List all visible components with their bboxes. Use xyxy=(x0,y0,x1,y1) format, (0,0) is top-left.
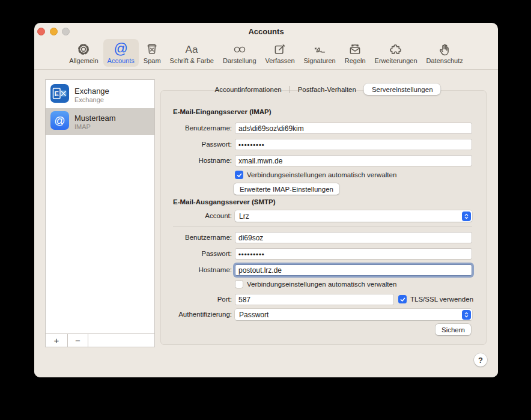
svg-text:@: @ xyxy=(54,115,65,127)
accounts-sidebar: E Exchange Exchange @ Musterteam IMAP + … xyxy=(45,79,155,347)
account-type: Exchange xyxy=(74,96,109,103)
rules-envelope-icon xyxy=(348,41,362,57)
imap-auto-manage-row[interactable]: Verbindungseinstellungen automatisch ver… xyxy=(235,171,396,179)
imap-password-input[interactable] xyxy=(235,139,472,150)
imap-auto-manage-label: Verbindungseinstellungen automatisch ver… xyxy=(247,171,396,178)
tls-ssl-label: TLS/SSL verwenden xyxy=(410,296,473,303)
toolbar-item-regeln[interactable]: Regeln xyxy=(341,39,370,67)
checkbox-unchecked-icon[interactable] xyxy=(235,280,243,288)
svg-text:Aa: Aa xyxy=(186,43,198,55)
content-area: E Exchange Exchange @ Musterteam IMAP + … xyxy=(34,70,498,377)
smtp-port-label: Port: xyxy=(161,294,232,305)
smtp-username-input[interactable] xyxy=(235,232,472,243)
toolbar-item-signaturen[interactable]: Signaturen xyxy=(300,39,340,67)
smtp-hostname-label: Hostname: xyxy=(161,264,232,276)
tab-postfach-verhalten[interactable]: Postfach-Verhalten xyxy=(290,84,364,95)
toolbar-item-darstellung[interactable]: Darstellung xyxy=(219,39,261,67)
smtp-account-dropdown[interactable]: Lrz xyxy=(235,210,472,222)
toolbar-item-erweiterungen[interactable]: Erweiterungen xyxy=(371,39,422,67)
toolbar-item-spam[interactable]: Spam xyxy=(139,39,165,67)
smtp-port-input[interactable] xyxy=(235,294,394,305)
toolbar-label: Allgemein xyxy=(69,57,98,64)
tab-servereinstellungen[interactable]: Servereinstellungen xyxy=(364,84,441,95)
imap-hostname-input[interactable] xyxy=(235,155,472,166)
toolbar-label: Accounts xyxy=(108,57,135,64)
imap-hostname-label: Hostname: xyxy=(161,155,232,166)
imap-section-heading: E-Mail-Eingangsserver (IMAP) xyxy=(173,108,272,115)
toolbar-label: Datenschutz xyxy=(426,57,463,64)
account-row-musterteam[interactable]: @ Musterteam IMAP xyxy=(46,108,154,135)
desktop: { "window": { "title": "Accounts" }, "to… xyxy=(0,0,531,420)
save-button[interactable]: Sichern xyxy=(435,324,471,335)
checkbox-checked-icon[interactable] xyxy=(235,171,243,179)
toolbar-item-schrift-farbe[interactable]: Aa Schrift & Farbe xyxy=(166,39,218,67)
toolbar-label: Verfassen xyxy=(266,57,295,64)
toolbar-item-verfassen[interactable]: Verfassen xyxy=(261,39,299,67)
exchange-icon: E xyxy=(50,84,69,105)
smtp-auth-value: Passwort xyxy=(239,311,269,319)
at-badge-icon: @ xyxy=(50,111,69,132)
smtp-password-label: Passwort: xyxy=(161,248,232,260)
window-title: Accounts xyxy=(34,27,498,36)
smtp-hostname-input[interactable] xyxy=(235,264,472,276)
puzzle-icon xyxy=(389,41,403,57)
fonts-icon: Aa xyxy=(184,41,199,57)
toolbar-label: Regeln xyxy=(345,57,366,64)
hand-icon xyxy=(437,41,452,57)
advanced-imap-settings-button[interactable]: Erweiterte IMAP-Einstellungen xyxy=(234,183,339,195)
dropdown-stepper-icon xyxy=(462,310,471,320)
imap-password-label: Passwort: xyxy=(161,139,232,150)
section-divider xyxy=(173,227,472,227)
junk-bin-icon xyxy=(145,41,159,57)
toolbar-item-datenschutz[interactable]: Datenschutz xyxy=(422,39,467,67)
signature-icon xyxy=(312,41,327,57)
toolbar-label: Signaturen xyxy=(304,57,336,64)
account-type: IMAP xyxy=(74,123,116,130)
imap-username-label: Benutzername: xyxy=(161,123,232,134)
smtp-auto-manage-row[interactable]: Verbindungseinstellungen automatisch ver… xyxy=(235,280,396,288)
preferences-toolbar: Allgemein @ Accounts Spam Aa Schrift & F… xyxy=(34,38,498,69)
preferences-window: Accounts Allgemein @ Accounts Spam Aa Sc… xyxy=(34,23,498,377)
tls-ssl-row[interactable]: TLS/SSL verwenden xyxy=(398,295,473,303)
checkbox-checked-icon[interactable] xyxy=(398,295,407,303)
smtp-auto-manage-label: Verbindungseinstellungen automatisch ver… xyxy=(247,281,396,288)
smtp-auth-label: Authentifizierung: xyxy=(161,309,232,320)
account-name: Musterteam xyxy=(74,114,116,123)
smtp-account-label: Account: xyxy=(161,210,232,222)
server-settings-panel: E-Mail-Eingangsserver (IMAP) Benutzernam… xyxy=(160,90,487,345)
smtp-section-heading: E-Mail-Ausgangsserver (SMTP) xyxy=(173,198,276,205)
tab-accountinformationen[interactable]: Accountinformationen xyxy=(207,84,289,95)
at-icon: @ xyxy=(114,41,128,57)
compose-icon xyxy=(273,41,287,57)
sidebar-bottom-filler xyxy=(88,334,154,347)
account-name: Exchange xyxy=(74,87,109,96)
svg-text:E: E xyxy=(55,90,59,97)
smtp-username-label: Benutzername: xyxy=(161,232,232,243)
glasses-icon xyxy=(232,41,247,57)
settings-tabs: Accountinformationen Postfach-Verhalten … xyxy=(207,83,440,96)
remove-account-button[interactable]: − xyxy=(68,334,88,347)
toolbar-label: Darstellung xyxy=(223,57,256,64)
gear-icon xyxy=(76,41,91,57)
smtp-auth-dropdown[interactable]: Passwort xyxy=(235,309,472,320)
help-button[interactable]: ? xyxy=(474,353,487,367)
imap-username-input[interactable] xyxy=(235,123,472,134)
toolbar-item-allgemein[interactable]: Allgemein xyxy=(65,39,102,67)
toolbar-item-accounts[interactable]: @ Accounts xyxy=(103,39,139,67)
titlebar: Accounts xyxy=(34,23,498,39)
add-account-button[interactable]: + xyxy=(46,334,68,347)
toolbar-label: Erweiterungen xyxy=(375,57,417,64)
sidebar-bottom-bar: + − xyxy=(46,333,154,347)
dropdown-stepper-icon xyxy=(462,212,471,221)
toolbar-label: Schrift & Farbe xyxy=(170,57,214,64)
smtp-password-input[interactable] xyxy=(235,248,472,260)
toolbar-label: Spam xyxy=(144,57,161,64)
account-row-exchange[interactable]: E Exchange Exchange xyxy=(46,81,154,108)
smtp-account-value: Lrz xyxy=(239,212,249,221)
